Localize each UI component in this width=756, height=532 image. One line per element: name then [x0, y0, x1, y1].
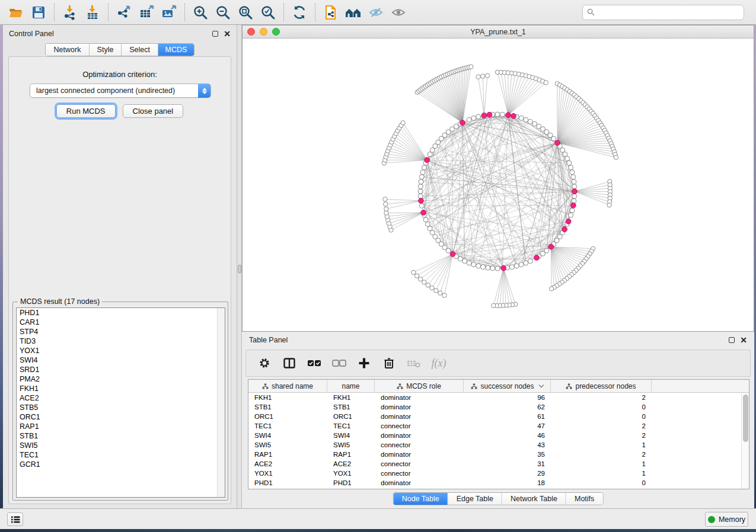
- ring-node[interactable]: [481, 265, 486, 270]
- export-table-button[interactable]: [135, 2, 158, 23]
- delete-column-button[interactable]: [380, 354, 398, 372]
- mcds-node[interactable]: [534, 255, 540, 261]
- apply-layout-button[interactable]: [288, 2, 311, 23]
- import-network-button[interactable]: [59, 2, 81, 23]
- ring-node[interactable]: [490, 266, 495, 271]
- ring-node[interactable]: [418, 184, 423, 189]
- ring-node[interactable]: [569, 213, 573, 217]
- save-session-button[interactable]: [27, 2, 50, 23]
- ring-node[interactable]: [572, 180, 576, 184]
- leaf-node[interactable]: [384, 202, 388, 206]
- memory-button[interactable]: Memory: [705, 512, 748, 527]
- ring-node[interactable]: [563, 152, 567, 156]
- leaf-node[interactable]: [492, 303, 496, 307]
- column-header-successor-nodes[interactable]: successor nodes: [464, 380, 551, 392]
- first-neighbors-button[interactable]: [342, 2, 365, 23]
- leaf-node[interactable]: [438, 291, 442, 295]
- ring-node[interactable]: [471, 116, 476, 120]
- ring-node[interactable]: [471, 262, 476, 267]
- leaf-node[interactable]: [422, 280, 426, 284]
- column-header-predecessor-nodes[interactable]: predecessor nodes: [551, 380, 652, 392]
- mcds-node[interactable]: [511, 113, 516, 118]
- network-window-titlebar[interactable]: YPA_prune.txt_1: [243, 25, 754, 39]
- ring-node[interactable]: [422, 165, 426, 170]
- deselect-all-button[interactable]: [330, 354, 348, 372]
- mcds-result-item[interactable]: TID3: [17, 336, 225, 346]
- mcds-node[interactable]: [548, 244, 554, 249]
- table-row[interactable]: RAP1RAP1dominator352: [248, 450, 749, 459]
- mcds-node[interactable]: [570, 203, 576, 208]
- ring-node[interactable]: [565, 156, 570, 161]
- close-panel-icon[interactable]: ✕: [224, 31, 231, 37]
- leaf-node[interactable]: [614, 155, 618, 159]
- ring-node[interactable]: [572, 194, 577, 198]
- leaf-node[interactable]: [481, 74, 485, 78]
- optimization-criterion-select[interactable]: largest connected component (undirected): [30, 84, 211, 98]
- leaf-node[interactable]: [469, 65, 473, 69]
- mcds-result-item[interactable]: YOX1: [17, 346, 225, 355]
- mcds-result-list[interactable]: PHD1CAR1STP4TID3YOX1SWI4SRD1PMA2FKH1ACE2…: [16, 307, 225, 498]
- table-scrollbar[interactable]: [741, 393, 749, 489]
- table-row[interactable]: YOX1YOX1connector291: [248, 469, 749, 478]
- select-all-button[interactable]: [305, 354, 323, 372]
- leaf-node[interactable]: [434, 289, 438, 293]
- ring-node[interactable]: [524, 261, 528, 265]
- float-panel-icon[interactable]: [212, 31, 218, 37]
- ring-node[interactable]: [519, 262, 524, 267]
- mcds-node[interactable]: [450, 251, 455, 257]
- leaf-node[interactable]: [607, 203, 611, 207]
- export-network-button[interactable]: [113, 2, 135, 23]
- ring-node[interactable]: [519, 116, 524, 120]
- zoom-fit-button[interactable]: [234, 2, 257, 23]
- mcds-node[interactable]: [487, 112, 492, 117]
- export-image-button[interactable]: [158, 2, 180, 23]
- leaf-node[interactable]: [549, 287, 553, 291]
- ring-node[interactable]: [500, 112, 505, 117]
- ring-node[interactable]: [476, 114, 481, 119]
- mcds-result-item[interactable]: ORC1: [17, 412, 225, 422]
- table-settings-button[interactable]: [256, 354, 273, 372]
- tab-network-table[interactable]: Network Table: [502, 493, 566, 505]
- ring-node[interactable]: [551, 136, 556, 141]
- window-close-icon[interactable]: [247, 28, 255, 36]
- leaf-node[interactable]: [418, 277, 422, 281]
- mcds-result-item[interactable]: CAR1: [17, 318, 225, 327]
- ring-node[interactable]: [528, 119, 532, 124]
- open-file-button[interactable]: [5, 2, 27, 23]
- ring-node[interactable]: [467, 261, 471, 265]
- mcds-result-item[interactable]: RAP1: [17, 422, 225, 431]
- ring-node[interactable]: [567, 161, 572, 165]
- mcds-result-item[interactable]: SRD1: [17, 365, 225, 374]
- leaf-node[interactable]: [430, 286, 434, 290]
- mcds-node[interactable]: [555, 140, 560, 146]
- mcds-result-item[interactable]: PMA2: [17, 374, 225, 384]
- close-panel-button[interactable]: Close panel: [123, 104, 184, 118]
- ring-node[interactable]: [420, 170, 425, 175]
- leaf-node[interactable]: [414, 274, 419, 278]
- table-row[interactable]: TEC1TEC1connector472: [248, 421, 749, 431]
- network-canvas[interactable]: [243, 39, 754, 331]
- table-scrollbar-thumb[interactable]: [743, 395, 748, 442]
- mcds-node[interactable]: [566, 219, 571, 224]
- ring-node[interactable]: [428, 226, 432, 231]
- mcds-node[interactable]: [481, 113, 487, 118]
- tab-node-table[interactable]: Node Table: [394, 493, 448, 505]
- leaf-node[interactable]: [544, 81, 548, 85]
- ring-node[interactable]: [423, 217, 428, 222]
- table-row[interactable]: SWI4SWI4dominator462: [248, 431, 749, 440]
- mcds-node[interactable]: [572, 189, 578, 194]
- mcds-result-item[interactable]: TEC1: [17, 450, 225, 460]
- mcds-node[interactable]: [501, 265, 506, 271]
- tab-style[interactable]: Style: [90, 44, 122, 56]
- float-table-panel-icon[interactable]: [729, 337, 735, 343]
- column-header-name[interactable]: name: [327, 380, 375, 392]
- ring-node[interactable]: [509, 265, 514, 270]
- ring-node[interactable]: [418, 194, 423, 198]
- show-all-button[interactable]: [387, 2, 410, 23]
- run-mcds-button[interactable]: Run MCDS: [56, 104, 116, 118]
- ring-node[interactable]: [419, 180, 423, 184]
- hide-selected-button[interactable]: [365, 2, 387, 23]
- tab-mcds[interactable]: MCDS: [158, 44, 194, 56]
- mcds-result-item[interactable]: GCR1: [17, 460, 225, 469]
- mcds-node[interactable]: [425, 158, 430, 163]
